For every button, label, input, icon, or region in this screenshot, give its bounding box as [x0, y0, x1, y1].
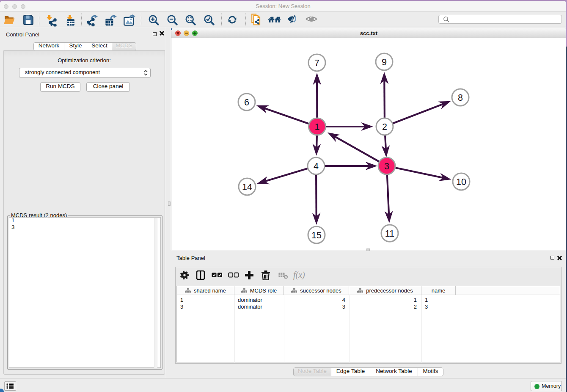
- svg-text:2: 2: [382, 122, 387, 132]
- svg-text:14: 14: [242, 182, 252, 192]
- svg-text:9: 9: [382, 57, 387, 67]
- svg-text:8: 8: [458, 93, 463, 103]
- svg-text:6: 6: [244, 97, 249, 108]
- svg-text:1: 1: [315, 122, 320, 132]
- svg-text:7: 7: [314, 58, 319, 68]
- svg-text:4: 4: [314, 161, 319, 171]
- svg-text:10: 10: [456, 177, 466, 187]
- svg-text:15: 15: [311, 230, 322, 240]
- svg-text:11: 11: [385, 229, 394, 239]
- svg-text:3: 3: [384, 161, 389, 171]
